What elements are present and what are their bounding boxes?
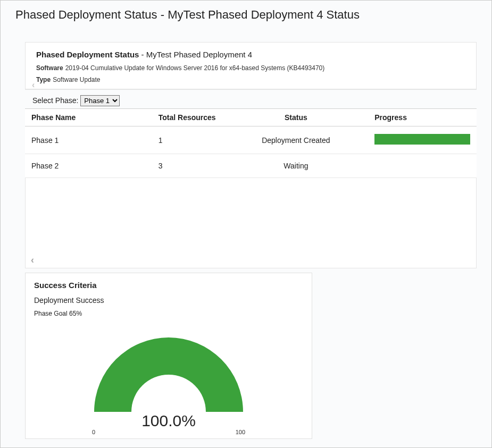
progress-bar (374, 134, 470, 145)
table-header-row: Phase Name Total Resources Status Progre… (25, 109, 477, 126)
cell-progress (368, 126, 477, 154)
success-criteria-card: Success Criteria Deployment Success Phas… (25, 273, 312, 439)
panel-title-rest: MyTest Phased Deployment 4 (146, 50, 252, 59)
cell-total-resources: 1 (143, 126, 224, 154)
summary-panel-header: Phased Deployment Status - MyTest Phased… (26, 43, 476, 89)
criteria-goal: Phase Goal 65% (34, 310, 303, 317)
chevron-left-icon[interactable]: ‹ (31, 255, 34, 266)
panel-title: Phased Deployment Status - MyTest Phased… (36, 50, 465, 59)
table-empty-area: ‹ (25, 178, 477, 268)
summary-panel: Phased Deployment Status - MyTest Phased… (25, 42, 477, 90)
cell-progress (368, 154, 477, 178)
software-label: Software (36, 64, 63, 72)
type-label: Type (36, 76, 51, 83)
software-line: Software2019-04 Cumulative Update for Wi… (36, 64, 465, 72)
cell-status: Waiting (224, 154, 369, 178)
criteria-title: Success Criteria (34, 281, 303, 290)
panel-title-bold: Phased Deployment Status (36, 50, 139, 59)
table-row[interactable]: Phase 11Deployment Created (25, 126, 477, 154)
phased-deployment-status-page: Phased Deployment Status - MyTest Phased… (0, 0, 492, 448)
panel-title-sep: - (139, 50, 146, 59)
col-header-name[interactable]: Phase Name (25, 109, 143, 126)
gauge-scale-min: 0 (92, 429, 95, 435)
phase-select-line: Select Phase: Phase 1Phase 2 (32, 95, 477, 106)
col-header-progress[interactable]: Progress (368, 109, 477, 126)
gauge-value: 100.0% (73, 412, 264, 430)
phase-select[interactable]: Phase 1Phase 2 (80, 95, 120, 106)
col-header-resources[interactable]: Total Resources (143, 109, 224, 126)
col-header-status[interactable]: Status (224, 109, 369, 126)
cell-total-resources: 3 (143, 154, 224, 178)
type-value: Software Update (53, 76, 100, 83)
gauge-chart: 100.0% 0 100 (73, 327, 264, 433)
gauge-svg (84, 327, 254, 417)
criteria-subtitle: Deployment Success (34, 296, 303, 305)
phase-table-wrap: Phase Name Total Resources Status Progre… (25, 108, 477, 268)
gauge-scale-max: 100 (236, 429, 245, 435)
table-row[interactable]: Phase 23Waiting (25, 154, 477, 178)
software-value: 2019-04 Cumulative Update for Windows Se… (65, 64, 325, 72)
type-line: TypeSoftware Update (36, 76, 465, 83)
gauge-arc (94, 337, 243, 412)
chevron-left-icon[interactable]: ‹ (32, 80, 35, 90)
cell-status: Deployment Created (224, 126, 369, 154)
cell-phase-name: Phase 1 (25, 126, 143, 154)
phase-table: Phase Name Total Resources Status Progre… (25, 108, 477, 178)
select-phase-label: Select Phase: (32, 96, 78, 105)
page-title: Phased Deployment Status - MyTest Phased… (1, 1, 491, 29)
cell-phase-name: Phase 2 (25, 154, 143, 178)
